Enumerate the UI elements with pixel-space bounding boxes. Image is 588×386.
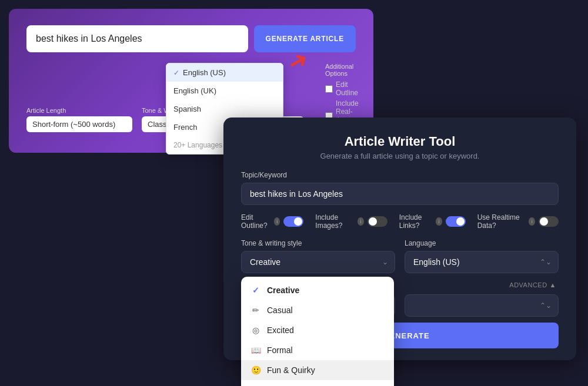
advanced-chevron-icon: ▲	[550, 281, 556, 288]
include-links-toggle-group: Include Links? i	[399, 213, 466, 230]
language-bottom-select[interactable]: English (US)	[405, 251, 559, 273]
include-links-info-icon[interactable]: i	[436, 217, 442, 226]
tone-excited-icon: ◎	[250, 325, 261, 335]
tone-select-wrap: Creative ⌄ ✓ Creative ✏ Casual ◎ Exci	[241, 251, 395, 273]
second-select-right[interactable]	[405, 294, 559, 317]
realtime-toggle[interactable]	[539, 216, 559, 227]
tone-option-excited[interactable]: ◎ Excited	[241, 320, 394, 340]
advanced-label: ADVANCED	[509, 281, 547, 288]
bottom-panel: Article Writer Tool Generate a full arti…	[223, 118, 576, 360]
tone-writing-select[interactable]: Creative	[241, 251, 395, 273]
generate-article-button[interactable]: GENERATE ARTICLE	[254, 25, 356, 52]
realtime-toggle-label: Use Realtime Data?	[477, 213, 526, 230]
tone-option-professional[interactable]: 💼 Professional	[241, 380, 394, 386]
edit-outline-toggle[interactable]	[283, 216, 303, 227]
toggles-row: Edit Outline? i Include Images? i Includ…	[241, 213, 559, 230]
language-group-bottom: Language English (US) ⌃⌄	[405, 239, 559, 273]
tone-dropdown: ✓ Creative ✏ Casual ◎ Excited 📖 Formal	[241, 277, 394, 386]
include-images-toggle[interactable]	[368, 216, 387, 227]
include-images-toggle-group: Include Images? i	[315, 213, 387, 230]
article-length-group: Article Length Short-form (~500 words)	[26, 107, 132, 132]
tone-writing-label: Tone & writing style	[241, 239, 395, 247]
realtime-toggle-group: Use Realtime Data? i	[477, 213, 559, 230]
lang-option-spanish[interactable]: Spanish	[166, 100, 283, 118]
realtime-info-icon[interactable]: i	[529, 217, 535, 226]
tone-language-row: Tone & writing style Creative ⌄ ✓ Creati…	[241, 239, 559, 273]
tone-fun-icon: 🙂	[250, 365, 261, 375]
edit-outline-toggle-label: Edit Outline?	[241, 213, 270, 230]
tone-option-casual[interactable]: ✏ Casual	[241, 300, 394, 320]
panel-subtitle: Generate a full article using a topic or…	[241, 152, 559, 160]
tone-option-creative[interactable]: ✓ Creative	[241, 280, 394, 300]
edit-outline-label: Edit Outline	[336, 80, 359, 97]
tone-option-fun-quirky[interactable]: 🙂 Fun & Quirky	[241, 360, 394, 380]
language-select-wrap: English (US) ⌃⌄	[405, 251, 559, 273]
topic-input[interactable]	[241, 183, 559, 205]
lang-option-english-us[interactable]: English (US)	[166, 63, 283, 82]
article-length-select[interactable]: Short-form (~500 words)	[26, 116, 132, 132]
search-input[interactable]	[26, 25, 248, 52]
lang-option-english-uk[interactable]: English (UK)	[166, 82, 283, 100]
tone-option-formal[interactable]: 📖 Formal	[241, 340, 394, 360]
include-images-label: Include Images?	[315, 213, 354, 230]
tone-writing-group: Tone & writing style Creative ⌄ ✓ Creati…	[241, 239, 395, 273]
language-bottom-label: Language	[405, 239, 559, 247]
include-links-toggle[interactable]	[446, 216, 466, 227]
second-select-right-wrap: ⌃⌄	[405, 294, 559, 317]
include-links-label: Include Links?	[399, 213, 433, 230]
tone-casual-icon: ✏	[250, 306, 261, 315]
edit-outline-checkbox[interactable]	[325, 85, 333, 93]
edit-outline-info-icon[interactable]: i	[274, 217, 280, 226]
include-images-info-icon[interactable]: i	[358, 217, 363, 226]
tone-creative-check-icon: ✓	[250, 286, 261, 295]
panel-title: Article Writer Tool	[241, 134, 559, 149]
edit-outline-row: Edit Outline	[325, 80, 359, 97]
article-length-label: Article Length	[26, 107, 132, 114]
additional-options-label: Additional Options	[325, 63, 359, 77]
topic-label: Topic/Keyword	[241, 171, 559, 179]
search-row: GENERATE ARTICLE	[26, 25, 356, 52]
edit-outline-toggle-group: Edit Outline? i	[241, 213, 303, 230]
tone-formal-icon: 📖	[250, 345, 261, 355]
